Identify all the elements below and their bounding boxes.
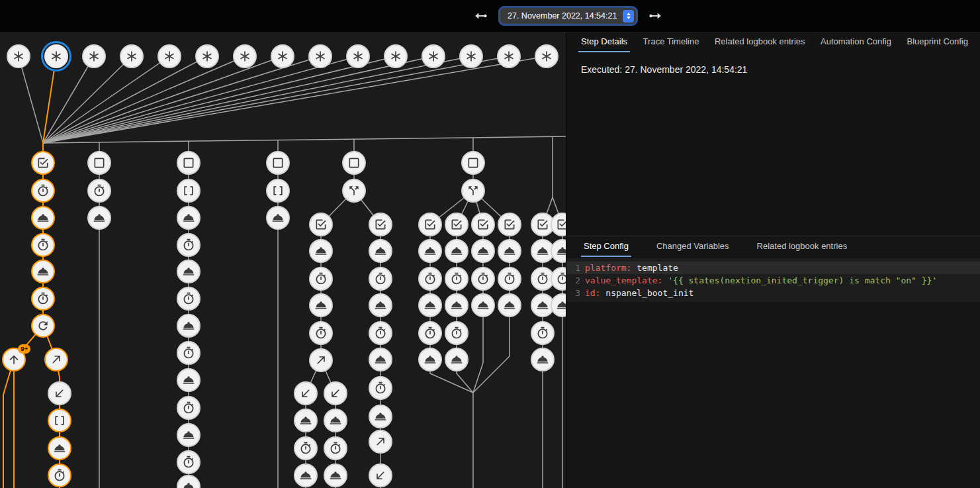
trace-node-square[interactable]	[87, 151, 111, 175]
trace-node-checkbox-marked[interactable]	[445, 213, 468, 236]
trace-node-checkbox-marked[interactable]	[471, 213, 495, 236]
trace-node-timer[interactable]	[369, 376, 392, 400]
trace-node-timer[interactable]	[445, 321, 468, 345]
trace-node-bell[interactable]	[369, 405, 392, 428]
trace-node-bell[interactable]	[471, 239, 495, 263]
trace-node-arrow-up[interactable]: 9+	[2, 348, 26, 371]
trace-node-bell[interactable]	[177, 260, 200, 283]
trace-node-square[interactable]	[177, 151, 200, 175]
trace-node-bell[interactable]	[177, 206, 200, 230]
trace-node-timer[interactable]	[531, 321, 555, 345]
trace-node-arrow-ne[interactable]	[369, 430, 392, 454]
trace-node-bell[interactable]	[531, 348, 555, 371]
trace-node-checkbox-marked[interactable]	[369, 213, 392, 236]
trigger-node[interactable]	[233, 44, 257, 68]
trace-node-bell[interactable]	[31, 260, 55, 283]
trace-node-timer[interactable]	[324, 436, 347, 460]
trigger-node[interactable]	[271, 44, 294, 68]
tab-related-logbook-entries[interactable]: Related logbook entries	[712, 32, 808, 52]
trace-node-bell[interactable]	[498, 239, 521, 263]
trace-node-arrow-ne[interactable]	[309, 348, 333, 372]
trace-node-bell[interactable]	[369, 348, 392, 371]
trigger-node[interactable]	[44, 44, 68, 68]
trace-node-bell[interactable]	[418, 239, 442, 263]
trace-node-timer[interactable]	[418, 321, 442, 345]
trace-node-timer[interactable]	[309, 267, 333, 291]
trace-node-bell[interactable]	[266, 206, 290, 230]
trace-node-bell[interactable]	[177, 368, 200, 392]
trigger-node[interactable]	[195, 44, 219, 68]
trace-node-timer[interactable]	[31, 287, 55, 311]
trace-node-arrow-ne[interactable]	[44, 348, 68, 371]
trigger-node[interactable]	[497, 44, 521, 68]
trace-node-brackets[interactable]	[266, 179, 290, 203]
tab-automation-config[interactable]: Automation Config	[818, 32, 894, 52]
trace-node-checkbox-marked[interactable]	[498, 213, 521, 236]
trace-node-timer[interactable]	[418, 267, 442, 291]
trigger-node[interactable]	[459, 44, 483, 68]
trace-node-brackets[interactable]	[48, 409, 71, 432]
trace-node-bell[interactable]	[445, 239, 468, 263]
trace-node-bell[interactable]	[309, 293, 333, 317]
trace-node-timer[interactable]	[31, 179, 55, 203]
trace-node-timer[interactable]	[177, 341, 200, 365]
trace-node-timer[interactable]	[31, 233, 55, 257]
trace-node-timer[interactable]	[369, 321, 392, 345]
trace-node-arrow-sw[interactable]	[294, 381, 318, 405]
trace-node-bell[interactable]	[445, 293, 468, 317]
trace-node-timer[interactable]	[445, 267, 468, 291]
yaml-code-editor[interactable]: 1platform: template2value_template: '{{ …	[566, 258, 980, 302]
trace-node-checkbox-marked[interactable]	[309, 213, 333, 236]
trigger-node[interactable]	[346, 44, 370, 68]
trace-node-arrow-sw[interactable]	[48, 381, 71, 405]
tab-step-details[interactable]: Step Details	[578, 32, 630, 52]
trace-node-square[interactable]	[461, 151, 485, 175]
trace-node-bell[interactable]	[498, 293, 521, 317]
trace-node-bell[interactable]	[418, 348, 442, 371]
trace-node-bell[interactable]	[177, 314, 200, 338]
trace-node-timer[interactable]	[294, 436, 318, 460]
trace-node-choose[interactable]	[461, 179, 485, 203]
trigger-node[interactable]	[308, 44, 332, 68]
trace-node-bell[interactable]	[551, 293, 566, 317]
trace-node-bell[interactable]	[87, 206, 111, 230]
trace-node-timer[interactable]	[498, 267, 521, 291]
tab-step-config[interactable]: Step Config	[581, 236, 631, 257]
trigger-node[interactable]	[7, 44, 30, 68]
trace-node-timer[interactable]	[177, 287, 200, 311]
tab-changed-variables[interactable]: Changed Variables	[654, 236, 732, 257]
trace-node-bell[interactable]	[418, 293, 442, 317]
trace-graph-canvas[interactable]: 9+	[0, 32, 566, 488]
trace-node-bell[interactable]	[294, 409, 318, 432]
trace-node-square[interactable]	[342, 151, 366, 175]
trace-node-bell[interactable]	[324, 464, 347, 487]
tab-trace-timeline[interactable]: Trace Timeline	[641, 32, 702, 52]
trigger-node[interactable]	[384, 44, 408, 68]
trace-run-select[interactable]: 27. November 2022, 14:54:21	[500, 8, 636, 24]
trace-node-arrow-sw[interactable]	[324, 381, 347, 405]
trigger-node[interactable]	[82, 44, 106, 68]
trace-node-checkbox-marked[interactable]	[551, 213, 566, 236]
trace-node-bell[interactable]	[471, 293, 495, 317]
trace-node-bell[interactable]	[551, 239, 566, 263]
trace-node-bell[interactable]	[48, 436, 71, 460]
trigger-node[interactable]	[422, 44, 445, 68]
trace-node-timer[interactable]	[551, 267, 566, 291]
trace-node-bell[interactable]	[309, 239, 333, 263]
trace-node-timer[interactable]	[177, 233, 200, 257]
trace-node-brackets[interactable]	[177, 179, 200, 203]
trace-node-arrow-sw[interactable]	[369, 464, 392, 487]
trace-node-bell[interactable]	[324, 409, 347, 432]
trace-node-timer[interactable]	[177, 450, 200, 474]
trace-node-timer[interactable]	[369, 267, 392, 291]
trace-node-bell[interactable]	[294, 464, 318, 487]
trace-node-checkbox-marked[interactable]	[418, 213, 442, 236]
trigger-node[interactable]	[535, 44, 558, 68]
trace-node-refresh[interactable]	[31, 314, 55, 338]
trace-node-bell[interactable]	[177, 475, 200, 488]
trace-node-timer[interactable]	[309, 321, 333, 345]
tab-blueprint-config[interactable]: Blueprint Config	[904, 32, 971, 52]
trace-node-bell[interactable]	[31, 206, 55, 230]
trace-node-bell[interactable]	[177, 423, 200, 447]
trigger-node[interactable]	[157, 44, 181, 68]
